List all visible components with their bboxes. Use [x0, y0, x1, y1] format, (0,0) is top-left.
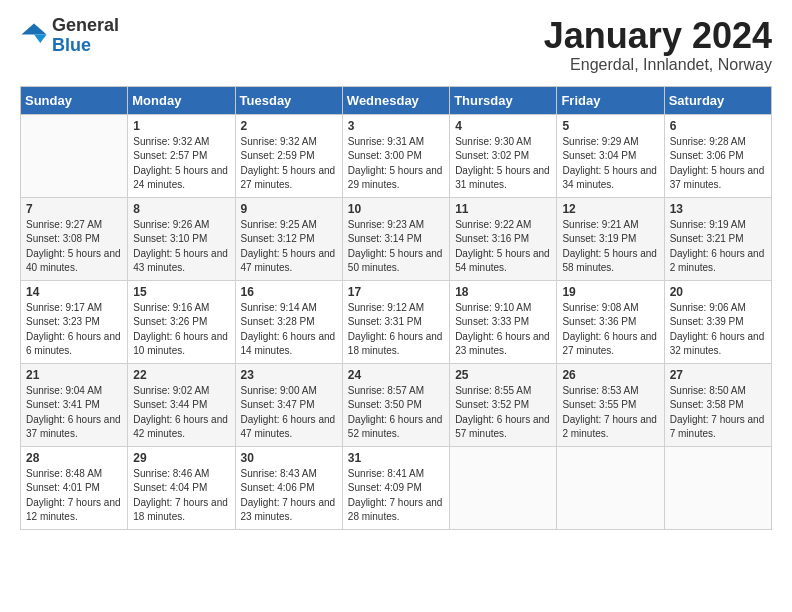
- logo-icon: [20, 22, 48, 50]
- calendar-cell: 5Sunrise: 9:29 AMSunset: 3:04 PMDaylight…: [557, 114, 664, 197]
- calendar-cell: 8Sunrise: 9:26 AMSunset: 3:10 PMDaylight…: [128, 197, 235, 280]
- day-number: 16: [241, 285, 337, 299]
- day-number: 27: [670, 368, 766, 382]
- day-info: Sunrise: 9:25 AMSunset: 3:12 PMDaylight:…: [241, 218, 337, 276]
- day-info: Sunrise: 9:30 AMSunset: 3:02 PMDaylight:…: [455, 135, 551, 193]
- day-number: 31: [348, 451, 444, 465]
- day-number: 14: [26, 285, 122, 299]
- calendar-cell: 10Sunrise: 9:23 AMSunset: 3:14 PMDayligh…: [342, 197, 449, 280]
- month-title: January 2024: [544, 16, 772, 56]
- day-info: Sunrise: 9:27 AMSunset: 3:08 PMDaylight:…: [26, 218, 122, 276]
- calendar-week-row: 7Sunrise: 9:27 AMSunset: 3:08 PMDaylight…: [21, 197, 772, 280]
- calendar-cell: 15Sunrise: 9:16 AMSunset: 3:26 PMDayligh…: [128, 280, 235, 363]
- day-number: 25: [455, 368, 551, 382]
- page-header: General Blue January 2024 Engerdal, Innl…: [20, 16, 772, 74]
- day-info: Sunrise: 9:10 AMSunset: 3:33 PMDaylight:…: [455, 301, 551, 359]
- calendar-cell: [450, 446, 557, 529]
- calendar-cell: 28Sunrise: 8:48 AMSunset: 4:01 PMDayligh…: [21, 446, 128, 529]
- weekday-header: Monday: [128, 86, 235, 114]
- day-info: Sunrise: 8:41 AMSunset: 4:09 PMDaylight:…: [348, 467, 444, 525]
- day-number: 19: [562, 285, 658, 299]
- calendar-cell: 12Sunrise: 9:21 AMSunset: 3:19 PMDayligh…: [557, 197, 664, 280]
- day-info: Sunrise: 9:17 AMSunset: 3:23 PMDaylight:…: [26, 301, 122, 359]
- day-info: Sunrise: 9:29 AMSunset: 3:04 PMDaylight:…: [562, 135, 658, 193]
- day-number: 5: [562, 119, 658, 133]
- logo-text: General Blue: [52, 16, 119, 56]
- calendar-cell: [557, 446, 664, 529]
- calendar-cell: 14Sunrise: 9:17 AMSunset: 3:23 PMDayligh…: [21, 280, 128, 363]
- calendar-cell: 3Sunrise: 9:31 AMSunset: 3:00 PMDaylight…: [342, 114, 449, 197]
- calendar-table: SundayMondayTuesdayWednesdayThursdayFrid…: [20, 86, 772, 530]
- day-info: Sunrise: 9:26 AMSunset: 3:10 PMDaylight:…: [133, 218, 229, 276]
- day-info: Sunrise: 9:23 AMSunset: 3:14 PMDaylight:…: [348, 218, 444, 276]
- day-number: 26: [562, 368, 658, 382]
- location: Engerdal, Innlandet, Norway: [544, 56, 772, 74]
- calendar-cell: 18Sunrise: 9:10 AMSunset: 3:33 PMDayligh…: [450, 280, 557, 363]
- calendar-cell: 30Sunrise: 8:43 AMSunset: 4:06 PMDayligh…: [235, 446, 342, 529]
- day-info: Sunrise: 9:16 AMSunset: 3:26 PMDaylight:…: [133, 301, 229, 359]
- day-number: 2: [241, 119, 337, 133]
- day-number: 15: [133, 285, 229, 299]
- day-number: 7: [26, 202, 122, 216]
- day-number: 13: [670, 202, 766, 216]
- calendar-week-row: 28Sunrise: 8:48 AMSunset: 4:01 PMDayligh…: [21, 446, 772, 529]
- day-info: Sunrise: 9:22 AMSunset: 3:16 PMDaylight:…: [455, 218, 551, 276]
- day-info: Sunrise: 9:28 AMSunset: 3:06 PMDaylight:…: [670, 135, 766, 193]
- svg-marker-0: [21, 23, 46, 34]
- logo-general-text: General: [52, 16, 119, 36]
- day-number: 10: [348, 202, 444, 216]
- day-number: 18: [455, 285, 551, 299]
- day-info: Sunrise: 9:31 AMSunset: 3:00 PMDaylight:…: [348, 135, 444, 193]
- calendar-cell: 2Sunrise: 9:32 AMSunset: 2:59 PMDaylight…: [235, 114, 342, 197]
- calendar-cell: 21Sunrise: 9:04 AMSunset: 3:41 PMDayligh…: [21, 363, 128, 446]
- calendar-cell: 29Sunrise: 8:46 AMSunset: 4:04 PMDayligh…: [128, 446, 235, 529]
- day-number: 30: [241, 451, 337, 465]
- calendar-cell: 25Sunrise: 8:55 AMSunset: 3:52 PMDayligh…: [450, 363, 557, 446]
- calendar-cell: 7Sunrise: 9:27 AMSunset: 3:08 PMDaylight…: [21, 197, 128, 280]
- calendar-cell: 31Sunrise: 8:41 AMSunset: 4:09 PMDayligh…: [342, 446, 449, 529]
- day-number: 23: [241, 368, 337, 382]
- day-number: 8: [133, 202, 229, 216]
- day-number: 22: [133, 368, 229, 382]
- weekday-header: Wednesday: [342, 86, 449, 114]
- day-number: 20: [670, 285, 766, 299]
- day-info: Sunrise: 8:55 AMSunset: 3:52 PMDaylight:…: [455, 384, 551, 442]
- day-info: Sunrise: 9:08 AMSunset: 3:36 PMDaylight:…: [562, 301, 658, 359]
- calendar-cell: [664, 446, 771, 529]
- day-info: Sunrise: 9:04 AMSunset: 3:41 PMDaylight:…: [26, 384, 122, 442]
- calendar-week-row: 1Sunrise: 9:32 AMSunset: 2:57 PMDaylight…: [21, 114, 772, 197]
- day-info: Sunrise: 9:32 AMSunset: 2:57 PMDaylight:…: [133, 135, 229, 193]
- day-info: Sunrise: 8:48 AMSunset: 4:01 PMDaylight:…: [26, 467, 122, 525]
- day-info: Sunrise: 9:21 AMSunset: 3:19 PMDaylight:…: [562, 218, 658, 276]
- calendar-cell: 24Sunrise: 8:57 AMSunset: 3:50 PMDayligh…: [342, 363, 449, 446]
- day-info: Sunrise: 8:57 AMSunset: 3:50 PMDaylight:…: [348, 384, 444, 442]
- day-info: Sunrise: 9:19 AMSunset: 3:21 PMDaylight:…: [670, 218, 766, 276]
- calendar-cell: 19Sunrise: 9:08 AMSunset: 3:36 PMDayligh…: [557, 280, 664, 363]
- day-number: 21: [26, 368, 122, 382]
- logo: General Blue: [20, 16, 119, 56]
- calendar-cell: 17Sunrise: 9:12 AMSunset: 3:31 PMDayligh…: [342, 280, 449, 363]
- calendar-week-row: 21Sunrise: 9:04 AMSunset: 3:41 PMDayligh…: [21, 363, 772, 446]
- calendar-week-row: 14Sunrise: 9:17 AMSunset: 3:23 PMDayligh…: [21, 280, 772, 363]
- day-info: Sunrise: 9:02 AMSunset: 3:44 PMDaylight:…: [133, 384, 229, 442]
- calendar-cell: 11Sunrise: 9:22 AMSunset: 3:16 PMDayligh…: [450, 197, 557, 280]
- calendar-cell: 16Sunrise: 9:14 AMSunset: 3:28 PMDayligh…: [235, 280, 342, 363]
- day-number: 3: [348, 119, 444, 133]
- weekday-header: Saturday: [664, 86, 771, 114]
- day-number: 11: [455, 202, 551, 216]
- calendar-cell: 20Sunrise: 9:06 AMSunset: 3:39 PMDayligh…: [664, 280, 771, 363]
- calendar-cell: 6Sunrise: 9:28 AMSunset: 3:06 PMDaylight…: [664, 114, 771, 197]
- day-info: Sunrise: 8:53 AMSunset: 3:55 PMDaylight:…: [562, 384, 658, 442]
- day-number: 9: [241, 202, 337, 216]
- day-info: Sunrise: 9:00 AMSunset: 3:47 PMDaylight:…: [241, 384, 337, 442]
- day-number: 12: [562, 202, 658, 216]
- day-info: Sunrise: 9:06 AMSunset: 3:39 PMDaylight:…: [670, 301, 766, 359]
- weekday-header: Sunday: [21, 86, 128, 114]
- calendar-cell: 27Sunrise: 8:50 AMSunset: 3:58 PMDayligh…: [664, 363, 771, 446]
- logo-blue-text: Blue: [52, 36, 119, 56]
- title-block: January 2024 Engerdal, Innlandet, Norway: [544, 16, 772, 74]
- weekday-header: Friday: [557, 86, 664, 114]
- day-number: 1: [133, 119, 229, 133]
- calendar-header-row: SundayMondayTuesdayWednesdayThursdayFrid…: [21, 86, 772, 114]
- day-info: Sunrise: 9:12 AMSunset: 3:31 PMDaylight:…: [348, 301, 444, 359]
